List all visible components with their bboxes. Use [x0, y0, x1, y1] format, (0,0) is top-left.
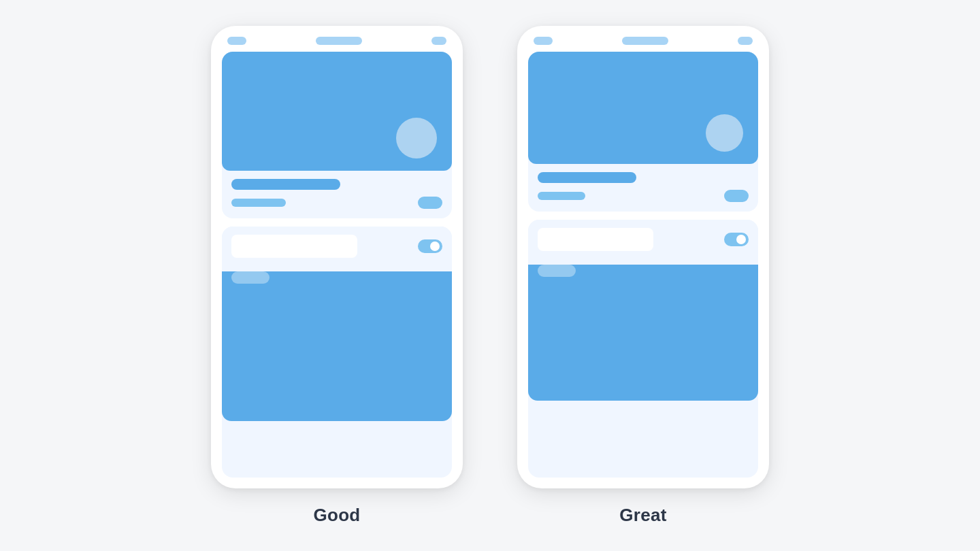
good-card-image	[222, 52, 452, 171]
great-card-image	[528, 52, 758, 164]
good-card-form-header	[222, 227, 452, 265]
good-card-title-bar	[231, 179, 340, 190]
great-card-subtitle-row	[538, 190, 749, 202]
great-phone-wrapper: Great	[517, 26, 769, 526]
good-top-bar-left-dot	[227, 37, 246, 45]
great-phone-top-bar	[517, 26, 769, 52]
good-phone-content	[211, 52, 463, 488]
great-card-badge	[724, 190, 749, 202]
good-card-avatar	[396, 118, 437, 158]
good-card-badge	[418, 197, 442, 209]
good-card-subtitle-row	[231, 197, 442, 209]
good-top-bar-right-dot	[431, 37, 446, 45]
great-phone-content	[517, 52, 769, 488]
great-card-form-header	[528, 220, 758, 258]
great-card-title-bar	[538, 172, 636, 183]
great-label: Great	[619, 505, 666, 526]
good-card-subtitle-bar	[231, 199, 286, 207]
great-top-bar-center-pill	[622, 37, 668, 45]
good-top-bar-center-pill	[316, 37, 362, 45]
good-card-form-tag	[231, 271, 270, 284]
good-card-toggle	[418, 239, 442, 253]
great-card-form-tag	[538, 265, 576, 277]
good-card-form-input	[231, 235, 357, 258]
good-phone-wrapper: Good	[211, 26, 463, 526]
great-phone-frame	[517, 26, 769, 488]
great-top-bar-right-dot	[738, 37, 753, 45]
good-phone-top-bar	[211, 26, 463, 52]
great-card-toggle	[724, 233, 749, 246]
great-top-bar-left-dot	[534, 37, 553, 45]
great-card-top	[528, 52, 758, 212]
great-card-form-body	[528, 265, 758, 401]
good-card-form-body	[222, 271, 452, 421]
great-card-avatar	[706, 114, 743, 152]
great-card-bottom	[528, 220, 758, 478]
good-card-info	[222, 171, 452, 218]
good-card-bottom	[222, 227, 452, 478]
great-card-form-input	[538, 228, 653, 251]
good-phone-frame	[211, 26, 463, 488]
good-card-top	[222, 52, 452, 218]
great-card-info	[528, 164, 758, 212]
good-label: Good	[313, 505, 360, 526]
great-card-subtitle-bar	[538, 192, 585, 200]
